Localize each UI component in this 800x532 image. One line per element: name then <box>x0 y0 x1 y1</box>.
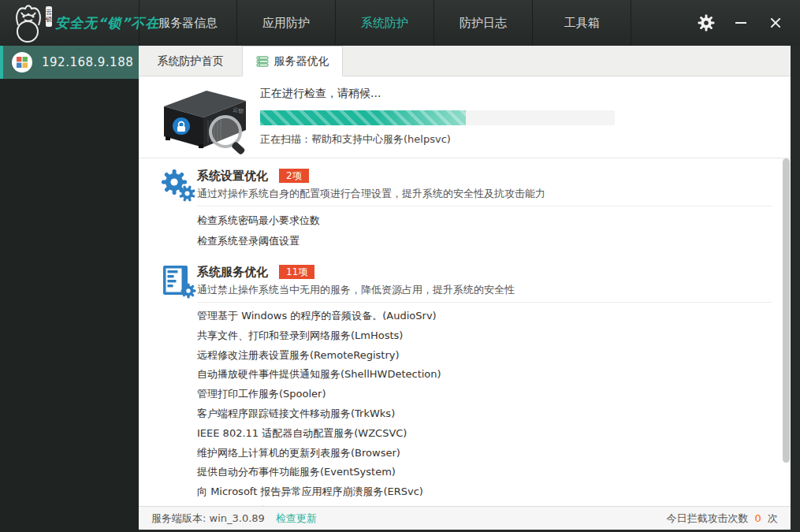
progress-fill <box>260 110 466 125</box>
gear-icon <box>698 14 715 32</box>
app-window: 云锁 安全无“锁”不在 服务器信息 应用防护 系统防护 防护日志 工具箱 <box>0 0 800 532</box>
count-badge: 11项 <box>279 265 314 279</box>
minimize-icon <box>735 22 746 24</box>
tab-bar: 系统防护首页 服务器优化 <box>139 46 791 76</box>
sidebar-item-server[interactable]: 192.168.9.188 <box>0 46 139 79</box>
section-description: 通过禁止操作系统当中无用的服务，降低资源占用，提升系统的安全性 <box>197 282 772 297</box>
settings-check-list: 检查系统密码最小要求位数 检查系统登录阈值设置 <box>197 206 772 251</box>
server-version-label: 服务端版本: win_3.0.89 <box>151 512 265 526</box>
main-panel: 系统防护首页 服务器优化 <box>139 46 791 530</box>
scan-info: 正在进行检查，请稍候... 正在扫描：帮助和支持中心服务(helpsvc) <box>260 76 791 147</box>
nav-system-protection[interactable]: 系统防护 <box>336 0 434 46</box>
status-bar: 服务端版本: win_3.0.89 检查更新 今日拦截攻击次数 0 次 <box>139 506 791 530</box>
window-right-edge <box>791 46 800 532</box>
service-item: 管理打印工作服务(Spooler) <box>197 385 772 404</box>
nav-toolbox[interactable]: 工具箱 <box>533 0 631 46</box>
scan-status-text: 正在进行检查，请稍候... <box>260 87 791 101</box>
document-gear-icon <box>161 265 197 299</box>
close-icon <box>770 17 781 28</box>
section-description: 通过对操作系统自身的配置项进行合理设置，提升系统的安全性及抗攻击能力 <box>197 186 772 201</box>
count-badge: 2项 <box>279 169 309 183</box>
lock-mascot-icon <box>8 2 49 44</box>
window-controls <box>698 0 800 46</box>
scan-current-text: 正在扫描：帮助和支持中心服务(helpsvc) <box>260 132 791 147</box>
service-item: 客户端程序跟踪链接文件移动服务(TrkWks) <box>197 404 772 424</box>
tab-protection-home[interactable]: 系统防护首页 <box>139 46 242 76</box>
vertical-scrollbar-thumb[interactable] <box>783 158 790 463</box>
service-item: 维护网络上计算机的更新列表服务(Browser) <box>197 444 772 463</box>
app-logo: 云锁 安全无“锁”不在 <box>0 0 139 46</box>
nav-protection-logs[interactable]: 防护日志 <box>434 0 533 46</box>
service-item: IEEE 802.11 适配器自动配置服务(WZCSVC) <box>197 424 772 444</box>
check-item: 检查系统密码最小要求位数 <box>197 210 772 231</box>
close-button[interactable] <box>767 14 784 32</box>
nav-app-protection[interactable]: 应用防护 <box>237 0 336 46</box>
service-item: 管理基于 Windows 的程序的音频设备。(AudioSrv) <box>197 307 772 326</box>
progress-bar <box>260 110 615 125</box>
section-system-settings: 系统设置优化 2项 通过对操作系统自身的配置项进行合理设置，提升系统的安全性及抗… <box>139 158 791 255</box>
attack-counter: 今日拦截攻击次数 0 次 <box>666 512 778 526</box>
server-sidebar: 192.168.9.188 <box>0 46 139 532</box>
scan-progress-block: 云锁 正在进行检查，请稍候... 正在扫描：帮助和支持中心服务(helpsvc) <box>139 76 791 158</box>
main-nav: 服务器信息 应用防护 系统防护 防护日志 工具箱 <box>139 0 631 46</box>
service-item: 提供自动分布事件功能服务(EventSystem) <box>197 463 772 482</box>
section-title: 系统服务优化 <box>197 265 268 280</box>
title-bar: 云锁 安全无“锁”不在 服务器信息 应用防护 系统防护 防护日志 工具箱 <box>0 0 800 46</box>
windows-server-icon <box>12 52 32 73</box>
service-item: 自动播放硬件事件提供通知服务(ShellHWDetection) <box>197 365 772 385</box>
server-stack-icon <box>256 56 269 67</box>
server-ip-label: 192.168.9.188 <box>42 55 133 69</box>
nav-server-info[interactable]: 服务器信息 <box>139 0 237 46</box>
active-accent-bar <box>0 46 3 79</box>
attack-count-value: 0 <box>755 512 761 524</box>
tab-server-optimization[interactable]: 服务器优化 <box>242 46 343 76</box>
section-title: 系统设置优化 <box>197 169 268 184</box>
section-system-services: 系统服务优化 11项 通过禁止操作系统当中无用的服务，降低资源占用，提升系统的安… <box>139 255 791 506</box>
services-check-list: 管理基于 Windows 的程序的音频设备。(AudioSrv) 共享文件、打印… <box>197 303 772 506</box>
minimize-button[interactable] <box>732 14 750 32</box>
double-gears-icon <box>161 169 197 203</box>
section-title-row: 系统设置优化 2项 <box>197 167 772 184</box>
attack-counter-suffix: 次 <box>768 512 778 524</box>
service-item: 向 Microsoft 报告异常应用程序崩溃服务(ERSvc) <box>197 482 772 502</box>
service-item: 远程修改注册表设置服务(RemoteRegistry) <box>197 346 772 366</box>
settings-button[interactable] <box>698 14 715 32</box>
check-update-link[interactable]: 检查更新 <box>276 512 317 526</box>
brand-seal: 云锁 <box>46 6 52 27</box>
section-title-row: 系统服务优化 11项 <box>197 263 772 281</box>
attack-counter-prefix: 今日拦截攻击次数 <box>666 512 748 524</box>
service-item: 共享文件、打印和登录到网络服务(LmHosts) <box>197 326 772 346</box>
tab-label: 服务器优化 <box>274 46 329 76</box>
server-scan-illustration: 云锁 <box>158 83 254 155</box>
check-item: 检查系统登录阈值设置 <box>197 231 772 251</box>
scroll-content: 云锁 正在进行检查，请稍候... 正在扫描：帮助和支持中心服务(helpsvc) <box>139 76 791 506</box>
